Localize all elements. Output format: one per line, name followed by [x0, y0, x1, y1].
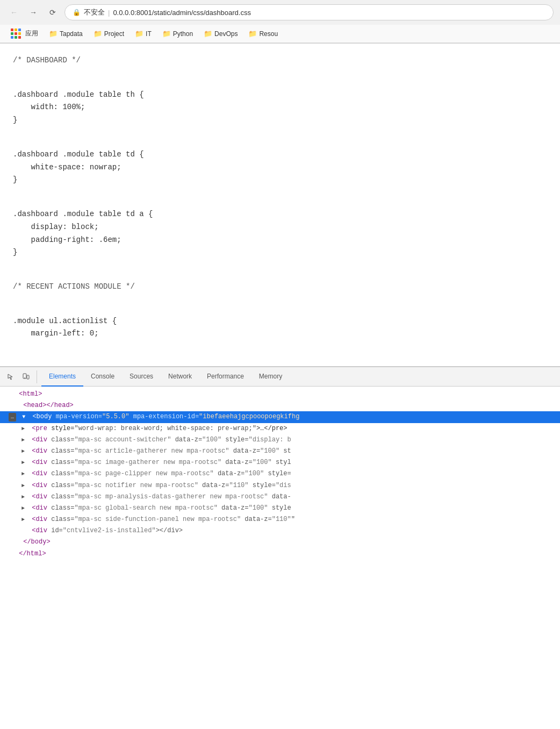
css-selector-4: .module ul.actionlist {	[13, 315, 547, 328]
nav-bar: ← → ⟳ 🔒 不安全 | 0.0.0.0:8001/static/admin/…	[0, 0, 560, 25]
pre-line[interactable]: ► <pre style="word-wrap: break-word; whi…	[0, 423, 560, 434]
tab-performance[interactable]: Performance	[199, 367, 252, 387]
bookmark-resou-label: Resou	[259, 30, 278, 38]
bookmarks-bar: 应用 📁 Tapdata 📁 Project 📁 IT 📁 Python 📁 D…	[0, 25, 560, 43]
bookmark-resou[interactable]: 📁 Resou	[244, 28, 282, 39]
tab-console[interactable]: Console	[83, 367, 122, 387]
css-rule-2: .dashboard .module table td { white-spac…	[13, 148, 547, 187]
bookmark-project[interactable]: 📁 Project	[89, 28, 128, 39]
bookmark-devops[interactable]: 📁 DevOps	[199, 28, 242, 39]
triangle-icon: ►	[21, 504, 28, 513]
div7-line[interactable]: ► <div class="mpa-sc global-search new m…	[0, 503, 560, 514]
address-bar[interactable]: 🔒 不安全 | 0.0.0.0:8001/static/admin/css/da…	[64, 4, 554, 20]
css-selector-3: .dashboard .module table td a {	[13, 208, 547, 221]
tab-sources[interactable]: Sources	[122, 367, 161, 387]
div5-line[interactable]: ► <div class="mpa-sc notifier new mpa-ro…	[0, 480, 560, 491]
tab-elements[interactable]: Elements	[41, 367, 83, 387]
triangle-icon	[9, 390, 15, 399]
bookmark-apps-label: 应用	[25, 29, 38, 38]
url-security-label: 不安全	[84, 8, 105, 17]
url-separator: |	[108, 9, 110, 17]
folder-icon: 📁	[204, 30, 212, 38]
devtools-device-button[interactable]	[19, 370, 32, 383]
css-property-3a: display: block;	[13, 221, 547, 234]
folder-icon: 📁	[135, 30, 143, 38]
bookmark-it[interactable]: 📁 IT	[131, 28, 156, 39]
forward-button[interactable]: →	[26, 5, 41, 20]
css-close-2: }	[13, 174, 547, 187]
div1-line[interactable]: ► <div class="mpa-sc account-switcher" d…	[0, 434, 560, 446]
triangle-icon	[13, 538, 19, 547]
triangle-icon	[21, 527, 28, 535]
bookmark-devops-label: DevOps	[214, 30, 238, 38]
triangle-icon: ►	[21, 459, 28, 467]
bookmark-project-label: Project	[104, 30, 124, 38]
css-rule-1: .dashboard .module table th { width: 100…	[13, 89, 547, 127]
triangle-icon: ►	[21, 482, 28, 490]
body-close-line[interactable]: </body>	[0, 537, 560, 548]
ellipsis-dots: …	[9, 413, 16, 421]
body-open-line[interactable]: … ▼ <body mpa-version="5.5.0" mpa-extens…	[0, 411, 560, 423]
div9-line[interactable]: <div id="cntvlive2-is-installed"></div>	[0, 525, 560, 537]
devtools-toolbar: Elements Console Sources Network Perform…	[0, 367, 560, 387]
css-rule-3: .dashboard .module table td a { display:…	[13, 208, 547, 259]
folder-icon: 📁	[248, 30, 257, 38]
bookmark-apps[interactable]: 应用	[6, 27, 42, 40]
css-property-3b: padding-right: .6em;	[13, 234, 547, 247]
div8-line[interactable]: ► <div class="mpa-sc side-function-panel…	[0, 514, 560, 525]
css-selector-2: .dashboard .module table td {	[13, 148, 547, 161]
css-selector-1: .dashboard .module table th {	[13, 89, 547, 102]
triangle-icon: ►	[21, 493, 28, 502]
triangle-icon: ►	[21, 425, 28, 433]
css-property-2: white-space: nowrap;	[13, 161, 547, 174]
css-rule-4: .module ul.actionlist { margin-left: 0;	[13, 315, 547, 341]
bookmark-python[interactable]: 📁 Python	[158, 28, 197, 39]
css-file-content: /* DASHBOARD */ .dashboard .module table…	[0, 44, 560, 366]
bookmark-tapdata-label: Tapdata	[60, 30, 83, 38]
triangle-icon: ►	[21, 470, 28, 478]
html-open-line[interactable]: <html>	[0, 389, 560, 400]
triangle-icon	[13, 402, 19, 410]
folder-icon: 📁	[49, 30, 58, 38]
tab-network[interactable]: Network	[161, 367, 199, 387]
apps-grid-icon	[11, 28, 21, 39]
devtools-toolbar-icons	[4, 370, 37, 383]
triangle-icon: ▼	[22, 413, 28, 421]
reload-button[interactable]: ⟳	[45, 5, 60, 20]
head-line[interactable]: <head></head>	[0, 400, 560, 411]
devtools-cursor-button[interactable]	[4, 370, 17, 383]
url-text: 0.0.0.0:8001/static/admin/css/dashboard.…	[113, 9, 251, 17]
triangle-icon: ►	[21, 436, 28, 445]
css-property-4: margin-left: 0;	[13, 327, 547, 340]
html-close-line[interactable]: </html>	[0, 548, 560, 560]
triangle-icon: ►	[21, 447, 28, 456]
css-comment-recent: /* RECENT ACTIONS MODULE */	[13, 281, 547, 294]
folder-icon: 📁	[162, 30, 171, 38]
triangle-icon: ►	[21, 516, 28, 524]
comment-text: /* DASHBOARD */	[13, 56, 81, 65]
back-button[interactable]: ←	[6, 5, 21, 20]
css-property-1: width: 100%;	[13, 101, 547, 114]
div4-line[interactable]: ► <div class="mpa-sc page-clipper new mp…	[0, 468, 560, 480]
svg-rect-1	[27, 375, 29, 379]
div2-line[interactable]: ► <div class="mpa-sc article-gatherer ne…	[0, 446, 560, 457]
devtools-tabs: Elements Console Sources Network Perform…	[41, 367, 290, 387]
bookmark-it-label: IT	[146, 30, 152, 38]
browser-chrome: ← → ⟳ 🔒 不安全 | 0.0.0.0:8001/static/admin/…	[0, 0, 560, 44]
devtools-panel: Elements Console Sources Network Perform…	[0, 366, 560, 562]
folder-icon: 📁	[94, 30, 102, 38]
css-close-1: }	[13, 114, 547, 127]
bookmark-python-label: Python	[173, 30, 193, 38]
div3-line[interactable]: ► <div class="mpa-sc image-gatherer new …	[0, 457, 560, 468]
css-close-3: }	[13, 246, 547, 259]
css-comment-dashboard: /* DASHBOARD */	[13, 54, 547, 67]
elements-panel-content: <html> <head></head> … ▼ <body mpa-versi…	[0, 387, 560, 562]
div6-line[interactable]: ► <div class="mpa-sc mp-analysis-datas-g…	[0, 491, 560, 503]
lock-icon: 🔒	[73, 9, 81, 16]
tab-memory[interactable]: Memory	[252, 367, 290, 387]
comment-text-recent: /* RECENT ACTIONS MODULE */	[13, 282, 135, 291]
bookmark-tapdata[interactable]: 📁 Tapdata	[45, 28, 87, 39]
triangle-icon	[9, 550, 15, 559]
